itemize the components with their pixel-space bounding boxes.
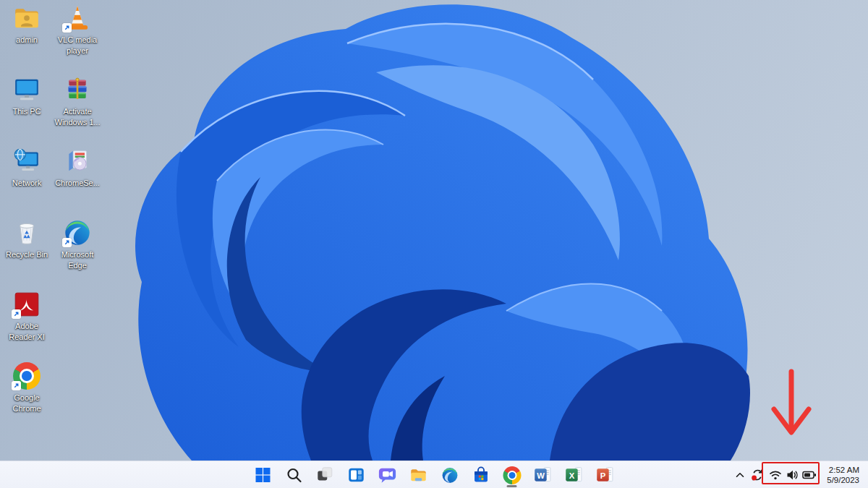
widgets-button[interactable] [342,462,371,488]
widgets-icon [347,466,366,484]
icon-label: This PC [12,106,41,117]
battery-tray-button[interactable] [800,461,819,488]
word-button[interactable]: W [529,462,558,488]
excel-icon: X [565,466,584,484]
icon-label: Activate Windows 1... [52,106,103,128]
powerpoint-button[interactable]: P [591,462,620,488]
chrome-taskbar-button[interactable] [498,462,527,488]
this-pc-icon [12,74,42,105]
sync-update-tray-button[interactable] [747,461,767,488]
notification-badge [752,476,757,481]
task-view-icon [316,466,335,484]
desktop-icon-activate-windows[interactable]: Activate Windows 1... [52,74,103,146]
excel-button[interactable]: X [560,462,589,488]
desktop-icon-chrome-setup[interactable]: ChromeSe... [52,146,103,218]
desktop-icon-adobe-reader[interactable]: Adobe Reader XI [1,289,52,361]
desktop-icon-this-pc[interactable]: This PC [1,74,52,146]
icon-label: Google Chrome [1,393,52,414]
desktop-icon-vlc[interactable]: VLC media player [52,3,103,74]
desktop-icon-edge[interactable]: Microsoft Edge [52,218,103,289]
shortcut-arrow-icon [12,381,21,390]
file-explorer-button[interactable] [404,462,433,488]
word-icon: W [534,466,553,484]
search-icon [286,466,303,484]
svg-text:P: P [600,471,606,480]
desktop-icon-recycle-bin[interactable]: Recycle Bin [1,218,52,289]
chat-icon [378,466,397,484]
edge-icon [441,466,459,484]
installer-box-icon [62,146,93,176]
clock-date: 5/9/2023 [827,475,859,485]
powerpoint-icon: P [596,466,615,484]
icon-label: Recycle Bin [6,249,48,260]
edge-icon [62,218,93,248]
network-icon [12,146,42,176]
svg-text:W: W [537,471,545,480]
windows-logo-icon [255,466,272,484]
winrar-archive-icon [62,74,93,105]
running-indicator [507,485,517,487]
icon-label: admin [16,35,38,46]
chrome-icon [12,361,42,391]
icon-label: ChromeSe... [55,178,100,189]
icon-label: Adobe Reader XI [1,321,52,343]
desktop-icon-admin[interactable]: admin [1,3,52,74]
icon-label: Microsoft Edge [52,249,103,271]
microsoft-store-icon [472,466,490,484]
icon-label: VLC media player [52,35,103,56]
shortcut-arrow-icon [12,309,21,319]
chat-button[interactable] [373,462,402,488]
taskbar-clock[interactable]: 2:52 AM 5/9/2023 [827,461,859,488]
file-explorer-icon [409,466,428,484]
desktop-icon-network[interactable]: Network [1,146,52,218]
battery-icon [802,468,817,481]
desktop-icon-grid: admin VLC media playe [1,3,103,432]
adobe-reader-icon [12,289,42,320]
taskbar-center-group: W X [249,461,620,488]
desktop-icon-chrome[interactable]: Google Chrome [1,361,52,432]
edge-taskbar-button[interactable] [435,462,464,488]
shortcut-arrow-icon [62,23,72,33]
volume-icon [786,468,799,481]
chevron-up-icon [733,468,746,481]
sync-update-icon [750,468,765,482]
chrome-icon [503,466,521,484]
bloom-wallpaper [0,0,868,461]
microsoft-store-button[interactable] [467,462,495,488]
wifi-icon [769,468,782,481]
recycle-bin-icon [12,218,42,248]
wifi-tray-button[interactable] [767,461,783,488]
task-view-button[interactable] [311,462,340,488]
vlc-cone-icon [62,3,93,33]
windows-11-desktop: admin VLC media playe [0,0,868,488]
search-button[interactable] [280,462,309,488]
clock-time: 2:52 AM [829,465,859,475]
svg-text:X: X [569,471,575,480]
user-folder-icon [12,3,42,33]
taskbar: W X [0,461,868,488]
shortcut-arrow-icon [62,238,72,247]
volume-tray-button[interactable] [784,461,800,488]
icon-label: Network [12,178,41,189]
start-button[interactable] [249,462,278,488]
